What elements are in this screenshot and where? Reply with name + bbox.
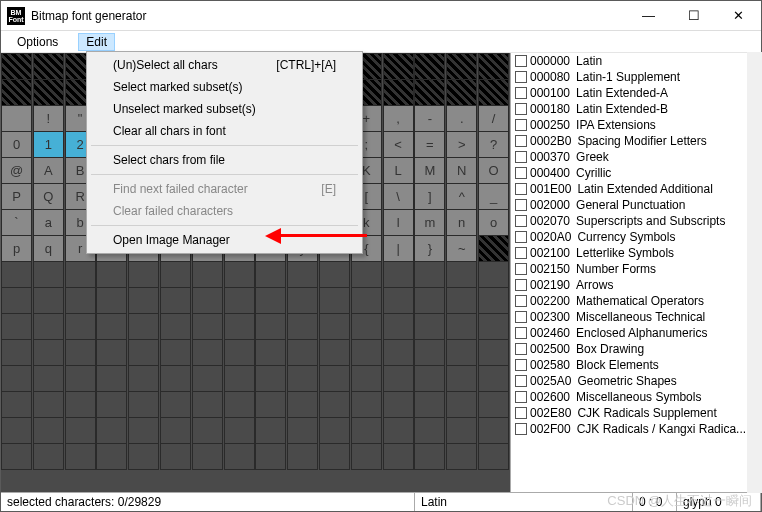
glyph-cell[interactable]: / xyxy=(478,105,509,132)
glyph-cell[interactable]: m xyxy=(414,209,445,236)
glyph-cell[interactable]: @ xyxy=(1,157,32,184)
glyph-cell[interactable] xyxy=(224,443,255,470)
glyph-cell[interactable]: p xyxy=(1,235,32,262)
glyph-cell[interactable] xyxy=(1,339,32,366)
glyph-cell[interactable] xyxy=(96,365,127,392)
block-checkbox[interactable] xyxy=(515,343,527,355)
glyph-cell[interactable] xyxy=(446,443,477,470)
block-checkbox[interactable] xyxy=(515,295,527,307)
glyph-cell[interactable] xyxy=(96,261,127,288)
unicode-block-row[interactable]: 0025A0Geometric Shapes xyxy=(511,373,761,389)
glyph-cell[interactable] xyxy=(1,443,32,470)
menu-select-marked[interactable]: Select marked subset(s) xyxy=(89,76,360,98)
glyph-cell[interactable] xyxy=(351,339,382,366)
block-checkbox[interactable] xyxy=(515,215,527,227)
glyph-cell[interactable] xyxy=(255,417,286,444)
glyph-cell[interactable]: ~ xyxy=(446,235,477,262)
glyph-cell[interactable] xyxy=(1,287,32,314)
glyph-cell[interactable] xyxy=(160,417,191,444)
glyph-cell[interactable] xyxy=(96,339,127,366)
glyph-cell[interactable]: n xyxy=(446,209,477,236)
glyph-cell[interactable] xyxy=(383,287,414,314)
menu-unselect-all[interactable]: (Un)Select all chars[CTRL]+[A] xyxy=(89,54,360,76)
unicode-block-row[interactable]: 002460Enclosed Alphanumerics xyxy=(511,325,761,341)
glyph-cell[interactable] xyxy=(1,53,32,80)
glyph-cell[interactable] xyxy=(33,313,64,340)
glyph-cell[interactable] xyxy=(351,261,382,288)
glyph-cell[interactable] xyxy=(96,443,127,470)
unicode-block-row[interactable]: 000000Latin xyxy=(511,53,761,69)
glyph-cell[interactable]: 0 xyxy=(1,131,32,158)
glyph-cell[interactable] xyxy=(255,313,286,340)
glyph-cell[interactable] xyxy=(33,79,64,106)
glyph-cell[interactable] xyxy=(287,313,318,340)
glyph-cell[interactable] xyxy=(128,365,159,392)
glyph-cell[interactable] xyxy=(1,261,32,288)
glyph-cell[interactable] xyxy=(192,287,223,314)
glyph-cell[interactable] xyxy=(160,261,191,288)
glyph-cell[interactable] xyxy=(478,79,509,106)
glyph-cell[interactable] xyxy=(414,443,445,470)
glyph-cell[interactable] xyxy=(478,365,509,392)
glyph-cell[interactable] xyxy=(33,261,64,288)
glyph-cell[interactable] xyxy=(287,417,318,444)
glyph-cell[interactable] xyxy=(478,261,509,288)
glyph-cell[interactable]: | xyxy=(383,235,414,262)
glyph-cell[interactable]: L xyxy=(383,157,414,184)
block-checkbox[interactable] xyxy=(515,231,527,243)
glyph-cell[interactable] xyxy=(478,391,509,418)
glyph-cell[interactable] xyxy=(319,313,350,340)
glyph-cell[interactable] xyxy=(351,417,382,444)
glyph-cell[interactable] xyxy=(1,365,32,392)
glyph-cell[interactable] xyxy=(255,365,286,392)
glyph-cell[interactable]: M xyxy=(414,157,445,184)
glyph-cell[interactable] xyxy=(128,391,159,418)
glyph-cell[interactable]: . xyxy=(446,105,477,132)
glyph-cell[interactable] xyxy=(96,313,127,340)
glyph-cell[interactable] xyxy=(224,391,255,418)
glyph-cell[interactable] xyxy=(65,365,96,392)
glyph-cell[interactable] xyxy=(414,313,445,340)
glyph-cell[interactable] xyxy=(160,443,191,470)
block-checkbox[interactable] xyxy=(515,183,527,195)
unicode-block-row[interactable]: 002190Arrows xyxy=(511,277,761,293)
glyph-cell[interactable] xyxy=(351,287,382,314)
glyph-cell[interactable] xyxy=(65,313,96,340)
glyph-cell[interactable] xyxy=(478,287,509,314)
glyph-cell[interactable]: q xyxy=(33,235,64,262)
block-checkbox[interactable] xyxy=(515,327,527,339)
unicode-block-list[interactable]: 000000Latin000080Latin-1 Supplement00010… xyxy=(510,53,761,492)
unicode-block-row[interactable]: 001E00Latin Extended Additional xyxy=(511,181,761,197)
glyph-cell[interactable] xyxy=(478,417,509,444)
unicode-block-row[interactable]: 002300Miscellaneous Technical xyxy=(511,309,761,325)
glyph-cell[interactable] xyxy=(319,339,350,366)
glyph-cell[interactable]: o xyxy=(478,209,509,236)
glyph-cell[interactable] xyxy=(160,287,191,314)
unicode-block-row[interactable]: 002000General Punctuation xyxy=(511,197,761,213)
glyph-cell[interactable] xyxy=(446,365,477,392)
glyph-cell[interactable] xyxy=(192,365,223,392)
menu-options[interactable]: Options xyxy=(9,33,66,51)
glyph-cell[interactable] xyxy=(446,339,477,366)
glyph-cell[interactable] xyxy=(319,443,350,470)
glyph-cell[interactable]: ! xyxy=(33,105,64,132)
glyph-cell[interactable] xyxy=(414,287,445,314)
titlebar[interactable]: BMFont Bitmap font generator — ☐ ✕ xyxy=(1,1,761,31)
glyph-cell[interactable]: ? xyxy=(478,131,509,158)
glyph-cell[interactable] xyxy=(414,53,445,80)
unicode-block-row[interactable]: 002E80CJK Radicals Supplement xyxy=(511,405,761,421)
glyph-cell[interactable] xyxy=(33,53,64,80)
block-checkbox[interactable] xyxy=(515,103,527,115)
glyph-cell[interactable]: a xyxy=(33,209,64,236)
glyph-cell[interactable] xyxy=(1,391,32,418)
block-checkbox[interactable] xyxy=(515,199,527,211)
glyph-cell[interactable]: ^ xyxy=(446,183,477,210)
glyph-cell[interactable] xyxy=(160,365,191,392)
glyph-cell[interactable] xyxy=(478,313,509,340)
close-button[interactable]: ✕ xyxy=(716,1,761,30)
glyph-cell[interactable] xyxy=(65,417,96,444)
glyph-cell[interactable] xyxy=(287,261,318,288)
glyph-cell[interactable] xyxy=(65,261,96,288)
glyph-cell[interactable] xyxy=(33,339,64,366)
glyph-cell[interactable] xyxy=(383,391,414,418)
